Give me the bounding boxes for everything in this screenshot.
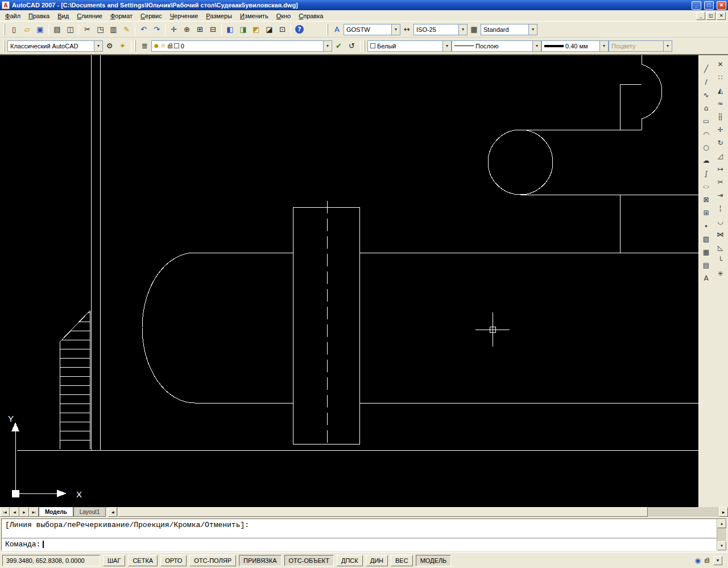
hscroll-track[interactable] <box>117 507 719 517</box>
layer-manager-button[interactable]: ≣ <box>138 40 151 52</box>
offset-button[interactable]: ≈ <box>714 97 727 110</box>
zoom-window-button[interactable]: ⊞ <box>193 23 206 36</box>
pan-button[interactable]: ✛ <box>167 23 180 36</box>
multiline-text-button[interactable]: A <box>700 271 713 285</box>
arc-button[interactable]: ◠ <box>700 127 713 141</box>
layer-lock-icon[interactable] <box>168 45 172 48</box>
plot-button[interactable]: ▤ <box>51 23 64 36</box>
minimize-button[interactable]: _ <box>692 1 701 10</box>
text-style-combo[interactable]: GOSTW ▾ <box>344 24 400 35</box>
combo-arrow-icon[interactable]: ▾ <box>528 24 537 35</box>
command-input-line[interactable]: Команда: <box>2 538 717 550</box>
close-button[interactable]: ✕ <box>717 1 726 10</box>
toggle-model[interactable]: МОДЕЛЬ <box>416 555 452 566</box>
spline-button[interactable]: ∫ <box>700 167 713 180</box>
toolbar-grip[interactable] <box>326 24 328 35</box>
layer-color-swatch[interactable] <box>174 43 179 48</box>
toolbar-grip[interactable] <box>134 40 136 52</box>
break-at-point-button[interactable]: ¦ <box>714 201 727 215</box>
toggle-osnap[interactable]: ПРИВЯЗКА <box>239 555 281 566</box>
menu-insert[interactable]: Слияние <box>73 11 106 20</box>
scroll-down-icon[interactable]: ▼ <box>717 541 726 550</box>
menu-file[interactable]: Файл <box>1 11 24 20</box>
layer-previous-button[interactable]: ↺ <box>345 40 358 52</box>
save-button[interactable]: ▣ <box>34 23 47 36</box>
maximize-button[interactable]: □ <box>704 1 714 10</box>
combo-arrow-icon[interactable]: ▾ <box>532 41 541 51</box>
join-button[interactable]: ⋈ <box>714 228 727 241</box>
extend-button[interactable]: ⇥ <box>714 188 727 201</box>
tab-model[interactable]: Модель <box>39 507 73 517</box>
scroll-up-icon[interactable]: ▲ <box>717 519 726 528</box>
point-button[interactable]: ∙ <box>700 219 713 232</box>
tool-palettes-button[interactable]: ◩ <box>250 23 263 36</box>
rotate-button[interactable]: ↻ <box>714 136 727 149</box>
circle-button[interactable]: ○ <box>700 141 713 154</box>
region-button[interactable]: ▦ <box>700 245 713 258</box>
toolbar-grip[interactable] <box>363 40 365 52</box>
make-block-button[interactable]: ⊞ <box>700 206 713 219</box>
quickcalc-button[interactable]: ⊡ <box>276 23 289 36</box>
layer-combo[interactable]: ● ☼ 0 ▾ <box>151 40 332 52</box>
revision-cloud-button[interactable]: ☁ <box>700 154 713 167</box>
dim-style-manager-button[interactable]: ↔ <box>400 23 413 36</box>
previous-tab-button[interactable]: ◀ <box>10 507 19 517</box>
erase-button[interactable]: ✕ <box>714 57 727 71</box>
make-object-layer-current-button[interactable]: ✔ <box>332 40 345 52</box>
rectangle-button[interactable]: ▭ <box>700 114 713 127</box>
last-tab-button[interactable]: ▶| <box>29 507 39 517</box>
sheet-set-button[interactable]: ◪ <box>263 23 276 36</box>
table-style-combo[interactable]: Standard ▾ <box>481 24 537 35</box>
toggle-polar[interactable]: ОТС-ПОЛЯР <box>189 555 236 566</box>
toggle-grid[interactable]: СЕТКА <box>128 555 158 566</box>
help-button[interactable]: ? <box>293 23 306 36</box>
combo-arrow-icon[interactable]: ▾ <box>442 41 451 51</box>
trim-button[interactable]: ✂ <box>714 175 727 188</box>
combo-arrow-icon[interactable]: ▾ <box>323 41 332 51</box>
menu-dimension[interactable]: Размеры <box>202 11 236 20</box>
horizontal-scrollbar[interactable]: ◀ ▶ <box>108 507 728 517</box>
toggle-ducs[interactable]: ДПСК <box>337 555 363 566</box>
zoom-previous-button[interactable]: ⊟ <box>206 23 220 36</box>
menu-edit[interactable]: Правка <box>24 11 53 20</box>
break-button[interactable]: ◡ <box>714 215 727 228</box>
cut-button[interactable]: ✂ <box>81 23 94 36</box>
model-space-canvas[interactable]: Y X <box>0 55 698 507</box>
toolbar-grip[interactable] <box>3 24 5 35</box>
toggle-lwt[interactable]: ВЕС <box>391 555 413 566</box>
vscroll-track[interactable] <box>717 528 726 541</box>
toggle-snap[interactable]: ШАГ <box>103 555 125 566</box>
hscroll-thumb[interactable] <box>118 507 648 517</box>
menu-draw[interactable]: Черчение <box>166 11 202 20</box>
open-button[interactable]: ▱ <box>20 23 34 36</box>
copy-clip-button[interactable]: ◳ <box>94 23 107 36</box>
drawing-svg[interactable]: Y X <box>0 55 698 507</box>
mirror-button[interactable]: ◭ <box>714 84 727 97</box>
match-properties-button[interactable]: ✎ <box>120 23 133 36</box>
scroll-left-icon[interactable]: ◀ <box>108 507 117 517</box>
color-combo[interactable]: Белый ▾ <box>367 40 452 52</box>
scroll-right-icon[interactable]: ▶ <box>719 507 728 517</box>
mdi-minimize-button[interactable]: _ <box>696 12 705 20</box>
toggle-otrack[interactable]: ОТС-ОБЪЕКТ <box>284 555 334 566</box>
tab-layout1[interactable]: Layout1 <box>73 507 106 517</box>
stretch-button[interactable]: ↦ <box>714 162 727 175</box>
lineweight-combo[interactable]: 0.40 мм ▾ <box>541 40 609 52</box>
polyline-button[interactable]: ∿ <box>700 88 713 101</box>
menu-modify[interactable]: Изменить <box>236 11 272 20</box>
scale-button[interactable]: ◿ <box>714 149 727 162</box>
menu-help[interactable]: Справка <box>295 11 327 20</box>
combo-arrow-icon[interactable]: ▾ <box>458 24 467 35</box>
dim-style-combo[interactable]: ISO-25 ▾ <box>413 24 468 35</box>
menu-tools[interactable]: Сервис <box>136 11 166 20</box>
zoom-realtime-button[interactable]: ⊕ <box>180 23 193 36</box>
redo-button[interactable]: ↷ <box>150 23 163 36</box>
construction-line-button[interactable]: ∕ <box>700 75 713 88</box>
insert-block-button[interactable]: ⊠ <box>700 193 713 206</box>
ellipse-button[interactable]: ○ <box>700 180 713 193</box>
table-button[interactable]: ▤ <box>700 258 713 271</box>
properties-palette-button[interactable]: ◧ <box>224 23 237 36</box>
toggle-dyn[interactable]: ДИН <box>366 555 388 566</box>
mdi-close-button[interactable]: ✕ <box>717 12 726 20</box>
plot-preview-button[interactable]: ◫ <box>64 23 77 36</box>
